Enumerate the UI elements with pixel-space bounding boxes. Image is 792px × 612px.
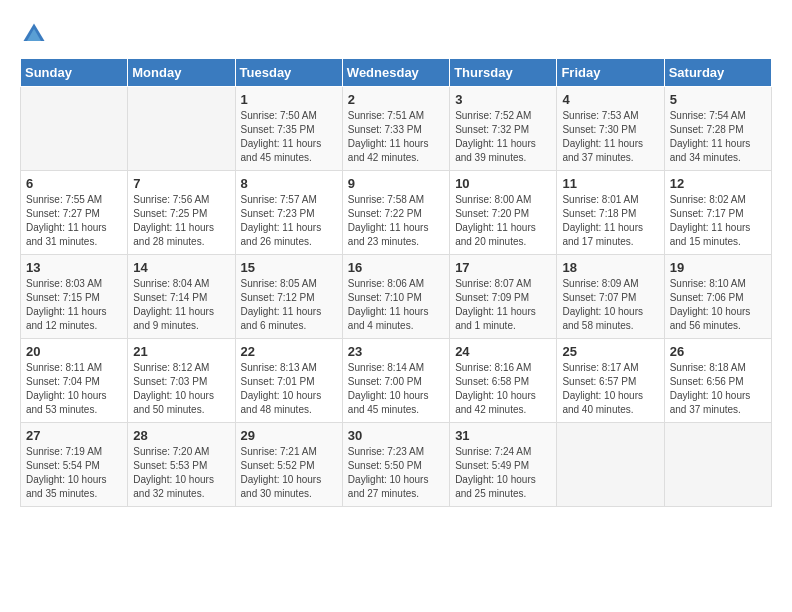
- calendar-table: SundayMondayTuesdayWednesdayThursdayFrid…: [20, 58, 772, 507]
- day-number: 3: [455, 92, 551, 107]
- calendar-cell: 20 Sunrise: 8:11 AMSunset: 7:04 PMDaylig…: [21, 339, 128, 423]
- day-info: Sunrise: 8:04 AMSunset: 7:14 PMDaylight:…: [133, 277, 229, 333]
- day-number: 4: [562, 92, 658, 107]
- day-number: 29: [241, 428, 337, 443]
- day-info: Sunrise: 7:58 AMSunset: 7:22 PMDaylight:…: [348, 193, 444, 249]
- day-info: Sunrise: 7:53 AMSunset: 7:30 PMDaylight:…: [562, 109, 658, 165]
- day-number: 26: [670, 344, 766, 359]
- day-info: Sunrise: 8:05 AMSunset: 7:12 PMDaylight:…: [241, 277, 337, 333]
- day-info: Sunrise: 8:06 AMSunset: 7:10 PMDaylight:…: [348, 277, 444, 333]
- day-number: 31: [455, 428, 551, 443]
- calendar-cell: [128, 87, 235, 171]
- day-number: 14: [133, 260, 229, 275]
- calendar-cell: 10 Sunrise: 8:00 AMSunset: 7:20 PMDaylig…: [450, 171, 557, 255]
- calendar-cell: [557, 423, 664, 507]
- day-number: 24: [455, 344, 551, 359]
- day-header-monday: Monday: [128, 59, 235, 87]
- calendar-week-row: 13 Sunrise: 8:03 AMSunset: 7:15 PMDaylig…: [21, 255, 772, 339]
- day-number: 10: [455, 176, 551, 191]
- calendar-week-row: 1 Sunrise: 7:50 AMSunset: 7:35 PMDayligh…: [21, 87, 772, 171]
- calendar-cell: 21 Sunrise: 8:12 AMSunset: 7:03 PMDaylig…: [128, 339, 235, 423]
- calendar-week-row: 20 Sunrise: 8:11 AMSunset: 7:04 PMDaylig…: [21, 339, 772, 423]
- calendar-cell: 29 Sunrise: 7:21 AMSunset: 5:52 PMDaylig…: [235, 423, 342, 507]
- calendar-cell: 28 Sunrise: 7:20 AMSunset: 5:53 PMDaylig…: [128, 423, 235, 507]
- calendar-cell: 3 Sunrise: 7:52 AMSunset: 7:32 PMDayligh…: [450, 87, 557, 171]
- day-number: 7: [133, 176, 229, 191]
- calendar-cell: 7 Sunrise: 7:56 AMSunset: 7:25 PMDayligh…: [128, 171, 235, 255]
- day-info: Sunrise: 8:01 AMSunset: 7:18 PMDaylight:…: [562, 193, 658, 249]
- day-info: Sunrise: 7:23 AMSunset: 5:50 PMDaylight:…: [348, 445, 444, 501]
- day-number: 13: [26, 260, 122, 275]
- day-info: Sunrise: 8:16 AMSunset: 6:58 PMDaylight:…: [455, 361, 551, 417]
- calendar-cell: 5 Sunrise: 7:54 AMSunset: 7:28 PMDayligh…: [664, 87, 771, 171]
- day-number: 1: [241, 92, 337, 107]
- day-number: 30: [348, 428, 444, 443]
- calendar-cell: 27 Sunrise: 7:19 AMSunset: 5:54 PMDaylig…: [21, 423, 128, 507]
- day-info: Sunrise: 7:51 AMSunset: 7:33 PMDaylight:…: [348, 109, 444, 165]
- day-header-sunday: Sunday: [21, 59, 128, 87]
- day-info: Sunrise: 8:13 AMSunset: 7:01 PMDaylight:…: [241, 361, 337, 417]
- calendar-cell: 19 Sunrise: 8:10 AMSunset: 7:06 PMDaylig…: [664, 255, 771, 339]
- day-info: Sunrise: 8:14 AMSunset: 7:00 PMDaylight:…: [348, 361, 444, 417]
- day-number: 17: [455, 260, 551, 275]
- day-info: Sunrise: 8:12 AMSunset: 7:03 PMDaylight:…: [133, 361, 229, 417]
- calendar-cell: 17 Sunrise: 8:07 AMSunset: 7:09 PMDaylig…: [450, 255, 557, 339]
- day-number: 11: [562, 176, 658, 191]
- day-number: 15: [241, 260, 337, 275]
- calendar-cell: 6 Sunrise: 7:55 AMSunset: 7:27 PMDayligh…: [21, 171, 128, 255]
- day-info: Sunrise: 8:02 AMSunset: 7:17 PMDaylight:…: [670, 193, 766, 249]
- day-header-wednesday: Wednesday: [342, 59, 449, 87]
- day-number: 21: [133, 344, 229, 359]
- day-number: 28: [133, 428, 229, 443]
- calendar-cell: 24 Sunrise: 8:16 AMSunset: 6:58 PMDaylig…: [450, 339, 557, 423]
- day-info: Sunrise: 8:17 AMSunset: 6:57 PMDaylight:…: [562, 361, 658, 417]
- day-info: Sunrise: 8:00 AMSunset: 7:20 PMDaylight:…: [455, 193, 551, 249]
- calendar-cell: 14 Sunrise: 8:04 AMSunset: 7:14 PMDaylig…: [128, 255, 235, 339]
- calendar-cell: 31 Sunrise: 7:24 AMSunset: 5:49 PMDaylig…: [450, 423, 557, 507]
- day-number: 6: [26, 176, 122, 191]
- day-number: 16: [348, 260, 444, 275]
- day-info: Sunrise: 8:10 AMSunset: 7:06 PMDaylight:…: [670, 277, 766, 333]
- day-number: 20: [26, 344, 122, 359]
- calendar-cell: 15 Sunrise: 8:05 AMSunset: 7:12 PMDaylig…: [235, 255, 342, 339]
- day-header-saturday: Saturday: [664, 59, 771, 87]
- day-number: 12: [670, 176, 766, 191]
- day-header-thursday: Thursday: [450, 59, 557, 87]
- day-number: 5: [670, 92, 766, 107]
- day-info: Sunrise: 7:21 AMSunset: 5:52 PMDaylight:…: [241, 445, 337, 501]
- day-info: Sunrise: 7:50 AMSunset: 7:35 PMDaylight:…: [241, 109, 337, 165]
- day-info: Sunrise: 7:55 AMSunset: 7:27 PMDaylight:…: [26, 193, 122, 249]
- day-number: 22: [241, 344, 337, 359]
- day-header-friday: Friday: [557, 59, 664, 87]
- calendar-cell: 12 Sunrise: 8:02 AMSunset: 7:17 PMDaylig…: [664, 171, 771, 255]
- day-number: 25: [562, 344, 658, 359]
- calendar-cell: 23 Sunrise: 8:14 AMSunset: 7:00 PMDaylig…: [342, 339, 449, 423]
- day-info: Sunrise: 8:07 AMSunset: 7:09 PMDaylight:…: [455, 277, 551, 333]
- calendar-week-row: 6 Sunrise: 7:55 AMSunset: 7:27 PMDayligh…: [21, 171, 772, 255]
- calendar-header-row: SundayMondayTuesdayWednesdayThursdayFrid…: [21, 59, 772, 87]
- day-info: Sunrise: 8:18 AMSunset: 6:56 PMDaylight:…: [670, 361, 766, 417]
- day-number: 9: [348, 176, 444, 191]
- calendar-cell: 26 Sunrise: 8:18 AMSunset: 6:56 PMDaylig…: [664, 339, 771, 423]
- day-header-tuesday: Tuesday: [235, 59, 342, 87]
- day-info: Sunrise: 8:09 AMSunset: 7:07 PMDaylight:…: [562, 277, 658, 333]
- day-info: Sunrise: 7:54 AMSunset: 7:28 PMDaylight:…: [670, 109, 766, 165]
- calendar-cell: 4 Sunrise: 7:53 AMSunset: 7:30 PMDayligh…: [557, 87, 664, 171]
- day-info: Sunrise: 7:24 AMSunset: 5:49 PMDaylight:…: [455, 445, 551, 501]
- calendar-cell: 8 Sunrise: 7:57 AMSunset: 7:23 PMDayligh…: [235, 171, 342, 255]
- calendar-cell: [21, 87, 128, 171]
- day-number: 18: [562, 260, 658, 275]
- day-number: 2: [348, 92, 444, 107]
- logo-icon: [20, 20, 48, 48]
- calendar-cell: 1 Sunrise: 7:50 AMSunset: 7:35 PMDayligh…: [235, 87, 342, 171]
- day-info: Sunrise: 7:52 AMSunset: 7:32 PMDaylight:…: [455, 109, 551, 165]
- day-info: Sunrise: 8:11 AMSunset: 7:04 PMDaylight:…: [26, 361, 122, 417]
- day-info: Sunrise: 7:56 AMSunset: 7:25 PMDaylight:…: [133, 193, 229, 249]
- calendar-cell: [664, 423, 771, 507]
- day-info: Sunrise: 7:19 AMSunset: 5:54 PMDaylight:…: [26, 445, 122, 501]
- calendar-cell: 11 Sunrise: 8:01 AMSunset: 7:18 PMDaylig…: [557, 171, 664, 255]
- calendar-cell: 2 Sunrise: 7:51 AMSunset: 7:33 PMDayligh…: [342, 87, 449, 171]
- calendar-cell: 18 Sunrise: 8:09 AMSunset: 7:07 PMDaylig…: [557, 255, 664, 339]
- day-info: Sunrise: 7:57 AMSunset: 7:23 PMDaylight:…: [241, 193, 337, 249]
- page-header: [20, 20, 772, 48]
